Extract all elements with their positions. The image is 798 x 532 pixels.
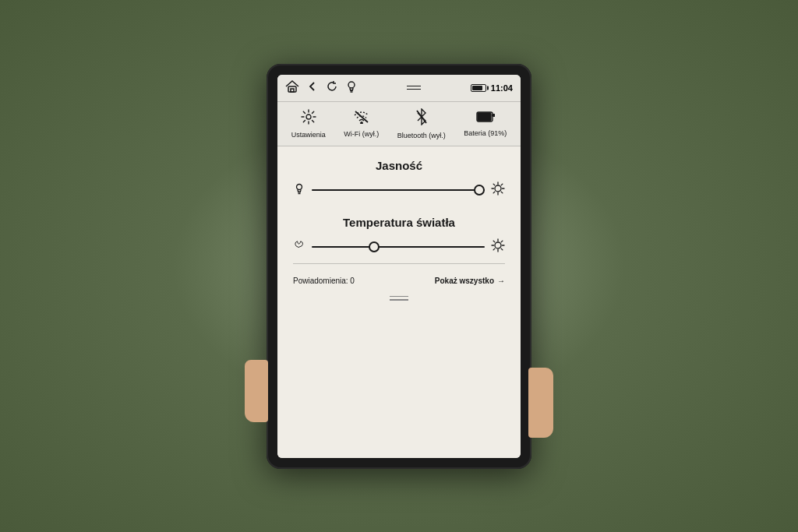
home-icon[interactable] [285, 80, 299, 96]
light-temp-slider-row [293, 238, 505, 255]
top-bar: 11:04 [277, 75, 521, 102]
device: 11:04 Ustawienia [267, 64, 531, 469]
svg-line-29 [493, 241, 495, 242]
svg-line-7 [355, 111, 368, 122]
svg-point-5 [306, 115, 311, 119]
brightness-slider[interactable] [312, 189, 485, 191]
quick-settings-bar: Ustawienia Wi-Fi (wył.) [277, 102, 521, 146]
battery-label: Bateria (91%) [464, 129, 507, 137]
battery-status-icon [471, 84, 486, 92]
show-all-button[interactable]: Pokaż wszystko → [435, 277, 505, 285]
svg-line-21 [501, 192, 503, 193]
settings-label: Ustawienia [291, 131, 326, 139]
main-content: Jasność [277, 146, 521, 458]
svg-point-12 [297, 184, 302, 189]
svg-rect-1 [291, 89, 294, 92]
divider [293, 263, 505, 264]
light-temp-title: Temperatura światła [293, 216, 505, 229]
brightness-title: Jasność [293, 159, 505, 172]
bluetooth-label: Bluetooth (wył.) [397, 132, 446, 139]
svg-line-30 [501, 248, 503, 250]
clock: 11:04 [491, 83, 513, 93]
back-icon[interactable] [307, 81, 318, 95]
hand-right [528, 368, 553, 438]
brightness-thumb[interactable] [474, 185, 485, 196]
hand-left [245, 360, 268, 422]
svg-point-24 [495, 242, 501, 248]
light-temp-max-icon [491, 238, 505, 255]
screen: 11:04 Ustawienia [277, 75, 521, 458]
light-temp-min-icon [293, 239, 305, 255]
drawer-handle-icon[interactable] [390, 296, 408, 301]
svg-line-31 [501, 241, 503, 242]
light-icon[interactable] [346, 79, 357, 97]
light-temp-section: Temperatura światła [293, 216, 505, 255]
brightness-section: Jasność [293, 159, 505, 199]
svg-point-15 [495, 185, 501, 192]
brightness-max-icon [491, 181, 505, 199]
top-bar-center [407, 86, 421, 90]
notifications-row: Powiadomienia: 0 Pokaż wszystko → [293, 272, 505, 290]
bluetooth-off-icon [415, 108, 429, 129]
light-temp-slider[interactable] [312, 246, 485, 248]
battery-icon [476, 111, 495, 127]
bluetooth-button[interactable]: Bluetooth (wył.) [397, 108, 446, 139]
wifi-off-icon [353, 110, 370, 128]
top-bar-right: 11:04 [471, 83, 513, 93]
svg-line-23 [493, 192, 495, 193]
svg-line-32 [493, 248, 495, 250]
svg-line-20 [493, 184, 495, 185]
settings-button[interactable]: Ustawienia [291, 109, 326, 139]
light-temp-thumb[interactable] [369, 241, 380, 252]
refresh-icon[interactable] [326, 80, 338, 96]
brightness-slider-row [293, 181, 505, 199]
svg-point-2 [348, 82, 355, 88]
top-bar-left [285, 79, 357, 97]
notifications-label: Powiadomienia: 0 [293, 277, 355, 285]
brightness-min-icon [293, 181, 305, 199]
svg-line-22 [501, 184, 503, 185]
wifi-button[interactable]: Wi-Fi (wył.) [344, 110, 379, 138]
settings-icon [301, 109, 316, 129]
wifi-label: Wi-Fi (wył.) [344, 130, 379, 138]
bottom-handle [293, 290, 505, 305]
svg-point-6 [361, 122, 362, 123]
battery-button[interactable]: Bateria (91%) [464, 111, 507, 137]
show-all-label: Pokaż wszystko [435, 277, 494, 285]
menu-icon[interactable] [407, 86, 421, 90]
svg-rect-10 [478, 113, 491, 121]
show-all-arrow: → [497, 277, 505, 285]
